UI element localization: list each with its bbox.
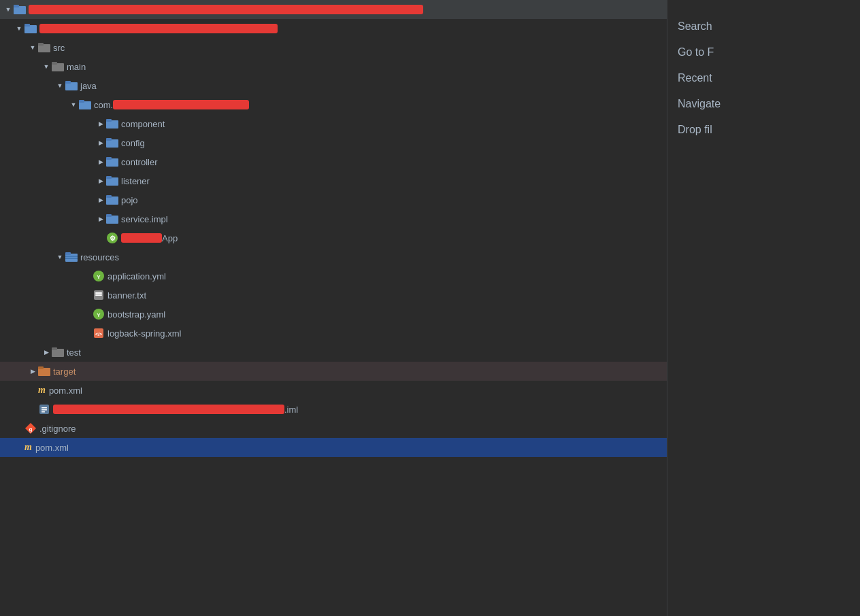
folder-icon-resources <box>65 252 78 262</box>
label-gitignore: .gitignore <box>39 424 76 434</box>
label-pom-xml: pom.xml <box>49 386 82 396</box>
label-iml-suffix: .iml <box>284 405 298 415</box>
svg-rect-40 <box>52 347 57 350</box>
label-main: main <box>67 62 86 72</box>
label-logback-xml: logback-spring.xml <box>108 328 181 339</box>
folder-icon-root2 <box>24 23 37 34</box>
tree-item-banner-txt[interactable]: banner.txt <box>0 286 667 305</box>
arrow-component <box>95 118 106 129</box>
tree-item-src[interactable]: src <box>0 38 667 57</box>
spring-app-icon: ⚙ <box>106 232 118 244</box>
recent-button[interactable]: Recent <box>674 65 853 91</box>
label-com-prefix: com. <box>94 100 113 110</box>
svg-rect-17 <box>106 157 112 160</box>
folder-icon-main <box>52 61 64 72</box>
svg-text:</>: </> <box>95 332 102 337</box>
label-service-impl: service.impl <box>121 214 168 224</box>
iml-icon <box>38 403 50 415</box>
label-java: java <box>80 81 97 91</box>
tree-item-iml[interactable]: .iml <box>0 400 667 419</box>
svg-rect-42 <box>38 366 44 369</box>
tree-item-pom-xml-bottom[interactable]: m pom.xml <box>0 438 667 457</box>
arrow-resources <box>54 252 65 262</box>
svg-rect-11 <box>79 100 84 103</box>
tree-item-target[interactable]: target <box>0 362 667 381</box>
folder-icon-com <box>79 99 91 110</box>
svg-rect-21 <box>106 195 112 198</box>
tree-item-application-yml[interactable]: Y application.yml <box>0 267 667 286</box>
drop-files-button[interactable]: Drop fil <box>674 117 853 143</box>
tree-item-main[interactable]: main <box>0 57 667 76</box>
label-target: target <box>53 366 76 377</box>
svg-text:Y: Y <box>97 274 101 280</box>
label-resources: resources <box>80 252 119 262</box>
yaml-icon-app: Y <box>93 270 105 282</box>
redacted-iml <box>53 405 284 414</box>
redacted-com <box>113 100 249 109</box>
folder-icon-controller <box>106 156 118 167</box>
file-tree-panel[interactable]: src main java com. comp <box>0 0 667 616</box>
recent-label: Recent <box>678 72 712 84</box>
label-banner-txt: banner.txt <box>108 290 146 301</box>
label-controller: controller <box>121 157 157 167</box>
tree-item-controller[interactable]: controller <box>0 152 667 171</box>
tree-item-com[interactable]: com. <box>0 95 667 114</box>
goto-file-button[interactable]: Go to F <box>674 39 853 65</box>
tree-item-config[interactable]: config <box>0 133 667 152</box>
tree-item-root1[interactable] <box>0 0 667 19</box>
arrow-target <box>27 366 38 377</box>
search-button[interactable]: Search <box>674 14 853 39</box>
tree-item-java[interactable]: java <box>0 76 667 95</box>
folder-icon-service-impl <box>106 213 118 224</box>
tree-item-pom-xml[interactable]: m pom.xml <box>0 381 667 400</box>
navigate-button[interactable]: Navigate <box>674 91 853 117</box>
tree-item-app[interactable]: ⚙ App <box>0 228 667 247</box>
folder-icon-root1 <box>14 4 26 15</box>
folder-icon-test <box>52 347 64 358</box>
svg-text:⚙: ⚙ <box>110 235 116 242</box>
label-pom-xml-bottom: pom.xml <box>35 443 69 453</box>
tree-item-service-impl[interactable]: service.impl <box>0 209 667 228</box>
tree-item-listener[interactable]: listener <box>0 171 667 190</box>
drop-files-label: Drop fil <box>678 124 712 135</box>
arrow-service-impl <box>95 213 106 224</box>
tree-item-root2[interactable] <box>0 19 667 38</box>
arrow-java <box>54 80 65 91</box>
tree-item-gitignore[interactable]: g .gitignore <box>0 419 667 438</box>
svg-rect-34 <box>95 294 102 296</box>
label-listener: listener <box>121 176 150 186</box>
tree-item-bootstrap-yaml[interactable]: Y bootstrap.yaml <box>0 305 667 324</box>
goto-label: Go to F <box>678 46 714 58</box>
tree-item-logback-xml[interactable]: </> logback-spring.xml <box>0 324 667 343</box>
arrow-listener <box>95 175 106 186</box>
svg-rect-13 <box>106 119 112 122</box>
label-pojo: pojo <box>121 195 138 205</box>
redacted-app <box>121 233 162 243</box>
label-application-yml: application.yml <box>108 271 166 281</box>
svg-rect-45 <box>42 409 47 411</box>
label-bootstrap-yaml: bootstrap.yaml <box>108 309 165 320</box>
svg-rect-33 <box>95 292 102 294</box>
search-label: Search <box>678 20 712 32</box>
label-component: component <box>121 119 165 129</box>
navigate-label: Navigate <box>678 98 721 109</box>
arrow-config <box>95 137 106 148</box>
svg-rect-1 <box>14 5 19 7</box>
tree-item-pojo[interactable]: pojo <box>0 190 667 209</box>
tree-item-test[interactable]: test <box>0 343 667 362</box>
arrow-com <box>68 99 79 110</box>
folder-icon-pojo <box>106 194 118 205</box>
redacted-root2 <box>39 24 278 33</box>
folder-icon-src <box>38 42 50 53</box>
svg-rect-19 <box>106 176 112 179</box>
maven-icon-pom-bottom: m <box>24 442 32 453</box>
tree-item-resources[interactable]: resources <box>0 247 667 267</box>
txt-icon-banner <box>93 289 105 301</box>
arrow-main <box>41 61 52 72</box>
arrow-root2 <box>14 23 24 34</box>
svg-rect-15 <box>106 138 112 141</box>
arrow-pojo <box>95 194 106 205</box>
label-test: test <box>67 347 81 358</box>
arrow-root1 <box>3 4 14 15</box>
tree-item-component[interactable]: component <box>0 114 667 133</box>
